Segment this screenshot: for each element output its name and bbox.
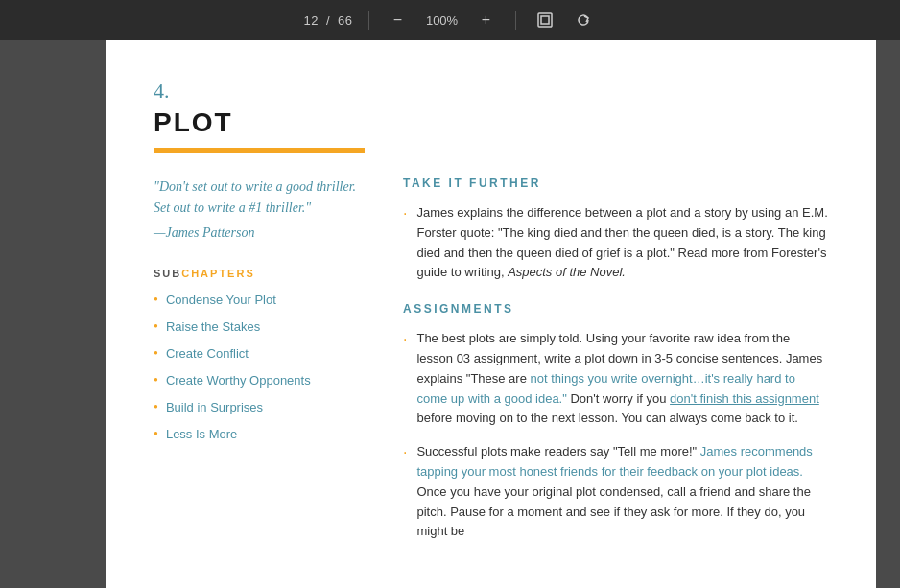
chapter-number: 4. <box>154 79 828 104</box>
page-content: 4. PLOT "Don't set out to write a good t… <box>106 40 876 588</box>
subchapter-link-condense[interactable]: Condense Your Plot <box>166 293 276 307</box>
assignment-text-1: The best plots are simply told. Using yo… <box>416 329 828 429</box>
zoom-level: 100% <box>423 13 462 28</box>
divider-1 <box>368 11 369 30</box>
highlight-text-2: James recommends tapping your most hones… <box>416 444 812 479</box>
italic-title: Aspects of the Novel. <box>508 265 626 279</box>
yellow-bar <box>154 148 365 153</box>
quote-text: "Don't set out to write a good thriller.… <box>154 176 365 220</box>
plus-icon: + <box>482 12 490 29</box>
two-column-layout: "Don't set out to write a good thriller.… <box>154 176 828 555</box>
zoom-out-button[interactable]: − <box>385 7 412 34</box>
assignment-text-2: Successful plots make readers say "Tell … <box>416 442 828 542</box>
list-item: Create Worthy Opponents <box>154 373 365 388</box>
subchapter-link-conflict[interactable]: Create Conflict <box>166 346 249 361</box>
take-it-further-section: TAKE IT FURTHER · James explains the dif… <box>403 176 828 283</box>
page-navigation: 12 / 66 <box>303 13 352 28</box>
bullet-text-1: James explains the difference between a … <box>416 203 828 283</box>
chapter-header: 4. PLOT <box>154 79 828 153</box>
quote-author: —James Patterson <box>154 225 365 241</box>
svg-rect-0 <box>538 13 552 27</box>
page-separator: / <box>326 13 330 28</box>
subchapters-label: SUBCHAPTERS <box>154 268 365 279</box>
subchapter-list: Condense Your Plot Raise the Stakes Crea… <box>154 293 365 442</box>
main-area: 4. PLOT "Don't set out to write a good t… <box>0 40 900 588</box>
back-button[interactable] <box>570 7 597 34</box>
assignment-item-1: · The best plots are simply told. Using … <box>403 329 828 429</box>
list-item: Condense Your Plot <box>154 293 365 308</box>
left-column: "Don't set out to write a good thriller.… <box>154 176 365 555</box>
bullet-dot-2: · <box>403 329 407 429</box>
assignment-item-2: · Successful plots make readers say "Tel… <box>403 442 828 542</box>
right-column: TAKE IT FURTHER · James explains the dif… <box>403 176 828 555</box>
divider-2 <box>515 11 516 30</box>
fit-page-button[interactable] <box>532 7 558 34</box>
list-item: Raise the Stakes <box>154 319 365 335</box>
underline-text-1: don't finish this assignment <box>670 391 819 406</box>
sub-prefix: SUB <box>154 268 181 279</box>
sidebar-right <box>876 40 900 588</box>
assignments-header: ASSIGNMENTS <box>403 302 828 316</box>
chapter-title: PLOT <box>154 107 828 138</box>
subchapter-link-less[interactable]: Less Is More <box>166 427 237 441</box>
page-current: 12 <box>303 13 318 28</box>
take-it-further-item-1: · James explains the difference between … <box>403 203 828 283</box>
subchapter-link-surprises[interactable]: Build in Surprises <box>166 400 263 414</box>
zoom-in-button[interactable]: + <box>473 7 500 34</box>
page-total: 66 <box>338 13 352 28</box>
toolbar: 12 / 66 − 100% + <box>0 0 900 40</box>
sidebar-left <box>0 40 106 588</box>
assignments-section: ASSIGNMENTS · The best plots are simply … <box>403 302 828 542</box>
fit-icon <box>536 12 554 29</box>
bullet-dot: · <box>403 203 407 283</box>
svg-rect-1 <box>541 16 549 24</box>
subchapter-link-raise[interactable]: Raise the Stakes <box>166 319 260 334</box>
refresh-icon <box>575 12 592 29</box>
list-item: Build in Surprises <box>154 400 365 415</box>
list-item: Create Conflict <box>154 346 365 362</box>
minus-icon: − <box>393 12 402 29</box>
list-item: Less Is More <box>154 427 365 442</box>
subchapter-link-opponents[interactable]: Create Worthy Opponents <box>166 373 311 388</box>
bullet-dot-3: · <box>403 442 407 542</box>
chapters-suffix: CHAPTERS <box>181 268 255 279</box>
take-it-further-header: TAKE IT FURTHER <box>403 176 828 190</box>
